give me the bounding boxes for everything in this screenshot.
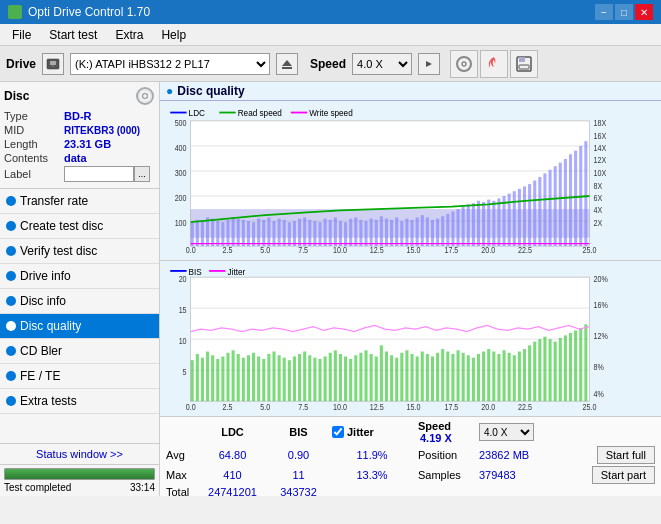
disc-label-input[interactable]	[64, 166, 134, 182]
stats-area: LDC BIS Jitter Speed 4.19 X 4.0 X Avg 64…	[160, 416, 661, 496]
svg-point-6	[457, 57, 471, 71]
disc-label-browse[interactable]: ...	[134, 166, 150, 182]
bis-header: BIS	[271, 426, 326, 438]
sidebar-item-fe-te[interactable]: FE / TE	[0, 364, 159, 389]
svg-rect-124	[559, 163, 562, 246]
svg-rect-129	[584, 141, 587, 246]
speed-stat-select[interactable]: 4.0 X	[479, 423, 534, 441]
svg-text:400: 400	[175, 143, 188, 153]
maximize-button[interactable]: □	[615, 4, 633, 20]
svg-rect-110	[487, 200, 490, 247]
svg-rect-234	[569, 333, 572, 401]
speed-select[interactable]: 4.0 X2.0 X6.0 X8.0 X	[352, 53, 412, 75]
status-message: Test completed	[4, 482, 71, 493]
svg-text:4X: 4X	[594, 205, 603, 215]
svg-rect-214	[467, 355, 470, 401]
svg-rect-215	[472, 358, 475, 401]
svg-text:5: 5	[183, 367, 187, 377]
svg-rect-232	[559, 338, 562, 401]
eject-button[interactable]	[276, 53, 298, 75]
svg-text:500: 500	[175, 118, 188, 128]
svg-rect-165	[216, 359, 219, 401]
svg-rect-213	[462, 353, 465, 401]
save-button[interactable]	[510, 50, 538, 78]
svg-rect-60	[232, 217, 235, 246]
nav-dot-disc-info	[6, 296, 16, 306]
sidebar-item-disc-info[interactable]: Disc info	[0, 289, 159, 314]
svg-rect-58	[221, 222, 224, 246]
svg-rect-192	[354, 355, 357, 401]
menu-extra[interactable]: Extra	[107, 26, 151, 44]
svg-text:0.0: 0.0	[186, 246, 197, 256]
svg-rect-95	[411, 220, 414, 246]
stats-total-row: Total 24741201 343732	[166, 486, 655, 496]
chart-container: LDC Read speed Write speed	[160, 101, 661, 416]
svg-rect-162	[201, 358, 204, 401]
avg-bis: 0.90	[271, 449, 326, 461]
svg-rect-109	[482, 202, 485, 246]
svg-text:12X: 12X	[594, 155, 607, 165]
minimize-button[interactable]: −	[595, 4, 613, 20]
progress-area: Test completed 33:14	[0, 465, 159, 496]
svg-rect-9	[519, 57, 525, 62]
sidebar-label-fe-te: FE / TE	[20, 369, 60, 383]
start-full-button[interactable]: Start full	[597, 446, 655, 464]
disc-type-row: Type BD-R	[4, 110, 155, 122]
burn-button[interactable]	[480, 50, 508, 78]
svg-text:25.0: 25.0	[582, 402, 596, 412]
svg-rect-164	[211, 355, 214, 401]
svg-rect-227	[533, 342, 536, 402]
svg-text:Jitter: Jitter	[227, 266, 245, 277]
svg-rect-87	[370, 219, 373, 246]
sidebar-item-verify-test-disc[interactable]: Verify test disc	[0, 239, 159, 264]
nav-dot-verify-test	[6, 246, 16, 256]
svg-rect-169	[237, 354, 240, 401]
sidebar-item-cd-bler[interactable]: CD Bler	[0, 339, 159, 364]
sidebar-item-disc-quality[interactable]: Disc quality	[0, 314, 159, 339]
svg-rect-125	[564, 159, 567, 246]
svg-rect-91	[390, 220, 393, 246]
menu-file[interactable]: File	[4, 26, 39, 44]
stats-header-row: LDC BIS Jitter Speed 4.19 X 4.0 X	[166, 420, 655, 444]
speed-apply-button[interactable]	[418, 53, 440, 75]
svg-rect-203	[411, 354, 414, 401]
svg-rect-82	[344, 222, 347, 246]
svg-rect-104	[457, 209, 460, 246]
jitter-checkbox[interactable]	[332, 426, 344, 438]
svg-point-11	[137, 88, 153, 104]
svg-text:14X: 14X	[594, 143, 607, 153]
sidebar: Disc Type BD-R MID RITEKBR3 (000) Length…	[0, 82, 160, 496]
svg-text:20.0: 20.0	[481, 402, 495, 412]
svg-rect-190	[344, 356, 347, 401]
svg-text:100: 100	[175, 218, 188, 228]
nav-dot-cd-bler	[6, 346, 16, 356]
svg-rect-69	[278, 219, 281, 246]
disc-button[interactable]	[450, 50, 478, 78]
sidebar-item-create-test-disc[interactable]: Create test disc	[0, 214, 159, 239]
svg-point-7	[462, 62, 466, 66]
nav-dot-create-test	[6, 221, 16, 231]
sidebar-item-drive-info[interactable]: Drive info	[0, 264, 159, 289]
svg-rect-119	[533, 181, 536, 247]
svg-rect-52	[191, 222, 194, 246]
sidebar-item-transfer-rate[interactable]: Transfer rate	[0, 189, 159, 214]
toolbar-buttons	[450, 50, 538, 78]
drive-icon	[42, 53, 64, 75]
svg-rect-170	[242, 358, 245, 401]
menu-help[interactable]: Help	[153, 26, 194, 44]
svg-text:12.5: 12.5	[370, 402, 384, 412]
drive-select[interactable]: (K:) ATAPI iHBS312 2 PL17	[70, 53, 270, 75]
stats-avg-row: Avg 64.80 0.90 11.9% Position 23862 MB S…	[166, 446, 655, 464]
start-part-button[interactable]: Start part	[592, 466, 655, 484]
svg-rect-54	[201, 221, 204, 246]
svg-rect-108	[477, 201, 480, 246]
disc-type-label: Type	[4, 110, 64, 122]
svg-point-12	[143, 94, 148, 99]
menu-start-test[interactable]: Start test	[41, 26, 105, 44]
svg-rect-103	[451, 212, 454, 247]
svg-marker-3	[282, 60, 292, 66]
close-button[interactable]: ✕	[635, 4, 653, 20]
sidebar-item-extra-tests[interactable]: Extra tests	[0, 389, 159, 414]
status-window-button[interactable]: Status window >>	[0, 444, 159, 465]
svg-rect-112	[497, 198, 500, 246]
